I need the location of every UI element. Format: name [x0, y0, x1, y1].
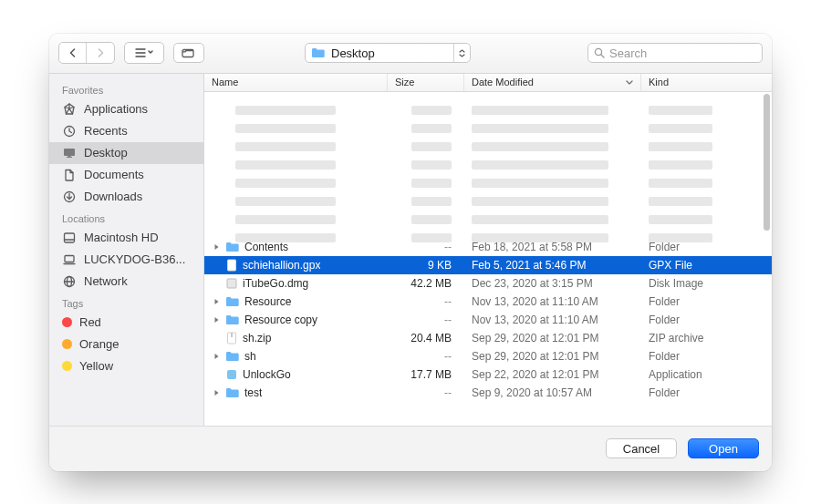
file-row[interactable]: test--Sep 9, 2020 at 10:57 AMFolder [204, 384, 772, 402]
svg-line-5 [601, 55, 604, 57]
file-kind: Folder [641, 314, 772, 326]
file-size: 17.7 MB [388, 368, 464, 381]
file-date: Sep 9, 2020 at 10:57 AM [464, 386, 641, 399]
sidebar: FavoritesApplicationsRecentsDesktopDocum… [49, 74, 204, 426]
file-kind: Folder [641, 295, 772, 308]
disclosure-triangle-icon[interactable] [212, 353, 221, 360]
file-size: -- [388, 386, 464, 399]
file-date: Feb 5, 2021 at 5:46 PM [464, 259, 641, 272]
file-kind: ZIP archive [641, 332, 772, 345]
open-button[interactable]: Open [688, 438, 759, 458]
view-mode-button[interactable] [124, 42, 164, 64]
folder-icon [225, 351, 240, 362]
scrollbar[interactable] [764, 94, 770, 231]
tag-dot-icon [62, 339, 72, 349]
search-icon [594, 47, 605, 58]
sidebar-item-label: Applications [84, 102, 148, 116]
disclosure-triangle-icon[interactable] [212, 316, 221, 324]
file-row[interactable]: Resource copy--Nov 13, 2020 at 11:10 AMF… [204, 311, 772, 329]
sidebar-item[interactable]: Applications [49, 98, 203, 120]
column-date[interactable]: Date Modified [464, 74, 641, 91]
path-popup[interactable]: Desktop [305, 43, 471, 63]
forward-button[interactable] [87, 43, 114, 63]
chevron-left-icon [68, 48, 77, 57]
file-list: Name Size Date Modified Kind Contents--F… [204, 74, 772, 426]
svg-point-4 [595, 48, 601, 55]
file-open-dialog: Desktop Search FavoritesApplicationsRece… [49, 34, 772, 471]
file-size: -- [388, 241, 464, 253]
sidebar-item[interactable]: Macintosh HD [49, 227, 203, 249]
file-row[interactable]: Resource--Nov 13, 2020 at 11:10 AMFolder [204, 293, 772, 311]
group-button[interactable] [173, 43, 204, 63]
folder-icon [225, 314, 240, 325]
file-name: sh [244, 350, 256, 363]
file-name: test [244, 386, 262, 399]
sort-descending-icon [626, 80, 633, 85]
sidebar-item[interactable]: Downloads [49, 186, 203, 208]
file-date: Sep 29, 2020 at 12:01 PM [464, 350, 641, 363]
app-icon [225, 368, 238, 381]
file-name: Contents [244, 241, 288, 253]
sidebar-item[interactable]: Desktop [49, 142, 203, 164]
hdd-icon [62, 231, 77, 244]
apps-icon [62, 103, 77, 116]
column-headers: Name Size Date Modified Kind [204, 74, 772, 92]
sidebar-item[interactable]: Network [49, 271, 203, 293]
group-icon [182, 47, 196, 58]
file-row[interactable]: sh.zip20.4 MBSep 29, 2020 at 12:01 PMZIP… [204, 329, 772, 347]
cancel-button[interactable]: Cancel [606, 438, 677, 458]
svg-rect-20 [231, 333, 233, 337]
file-name: Resource [244, 295, 291, 308]
sidebar-item[interactable]: Recents [49, 120, 203, 142]
folder-icon [225, 296, 240, 307]
svg-rect-8 [68, 156, 71, 157]
footer: Cancel Open [49, 426, 772, 471]
file-size: -- [388, 314, 464, 326]
sidebar-item[interactable]: Yellow [49, 355, 203, 377]
file-row[interactable]: schiehallion.gpx9 KBFeb 5, 2021 at 5:46 … [204, 256, 772, 274]
disclosure-triangle-icon[interactable] [212, 298, 221, 305]
desktop-icon [62, 147, 77, 159]
file-kind: Folder [641, 386, 772, 399]
back-button[interactable] [59, 43, 87, 63]
file-row[interactable]: sh--Sep 29, 2020 at 12:01 PMFolder [204, 347, 772, 365]
file-date: Nov 13, 2020 at 11:10 AM [464, 314, 641, 326]
file-date: Feb 18, 2021 at 5:58 PM [464, 241, 641, 253]
column-kind[interactable]: Kind [641, 74, 772, 91]
sidebar-item-label: Orange [79, 337, 119, 351]
sidebar-item-label: Red [79, 315, 101, 329]
svg-rect-18 [227, 279, 236, 288]
sidebar-item-label: Macintosh HD [84, 231, 159, 244]
sidebar-item-label: Documents [84, 168, 144, 181]
file-name: iTubeGo.dmg [243, 277, 308, 290]
file-icon [225, 259, 238, 272]
disclosure-triangle-icon[interactable] [212, 243, 221, 251]
sidebar-item-label: LUCKYDOG-B36... [84, 252, 185, 266]
sidebar-item[interactable]: Orange [49, 334, 203, 355]
file-kind: Folder [641, 350, 772, 363]
folder-icon [225, 387, 240, 398]
tag-dot-icon [62, 317, 72, 327]
svg-rect-13 [65, 255, 74, 262]
file-date: Sep 29, 2020 at 12:01 PM [464, 332, 641, 345]
file-size: 9 KB [388, 259, 464, 272]
rows[interactable]: Contents--Feb 18, 2021 at 5:58 PMFolders… [204, 92, 772, 426]
sidebar-item[interactable]: Red [49, 312, 203, 334]
column-name[interactable]: Name [204, 74, 388, 91]
file-row[interactable]: iTubeGo.dmg42.2 MBDec 23, 2020 at 3:15 P… [204, 274, 772, 293]
sidebar-item-label: Network [84, 274, 128, 288]
file-size: -- [388, 295, 464, 308]
file-date: Dec 23, 2020 at 3:15 PM [464, 277, 641, 290]
archive-icon [225, 332, 238, 345]
sidebar-item[interactable]: Documents [49, 164, 203, 186]
file-row[interactable]: UnlockGo17.7 MBSep 22, 2020 at 12:01 PMA… [204, 365, 772, 384]
search-input[interactable]: Search [587, 43, 763, 63]
sidebar-item-label: Desktop [84, 146, 128, 159]
column-size[interactable]: Size [388, 74, 464, 91]
nav-buttons [58, 42, 115, 64]
sidebar-section-header: Tags [49, 293, 203, 312]
sidebar-item[interactable]: LUCKYDOG-B36... [49, 249, 203, 271]
clock-icon [62, 125, 77, 138]
disclosure-triangle-icon[interactable] [212, 389, 221, 396]
list-view-icon [135, 47, 153, 58]
